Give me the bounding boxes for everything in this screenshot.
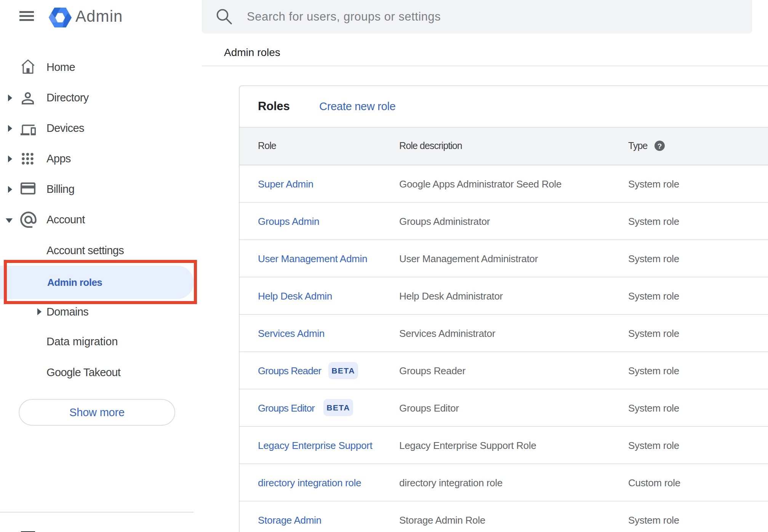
svg-text:?: ? [658, 142, 662, 150]
